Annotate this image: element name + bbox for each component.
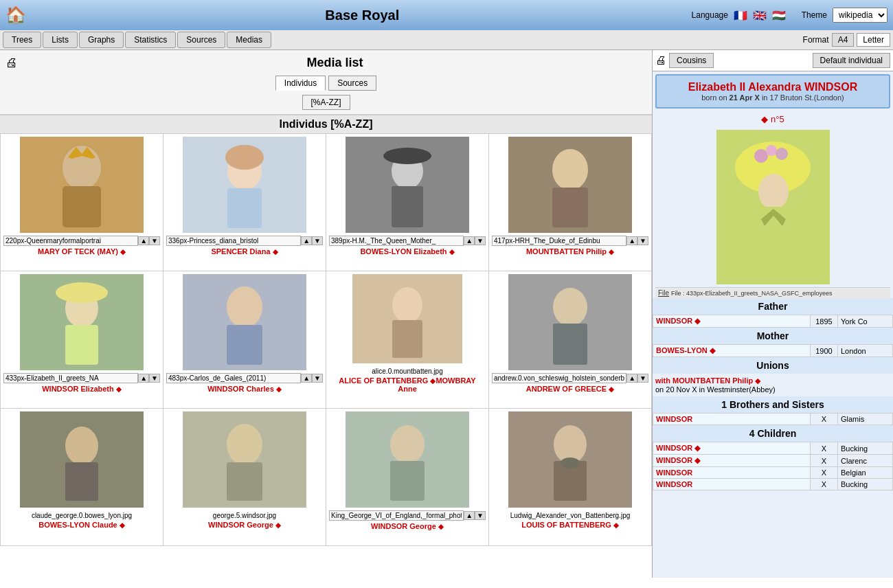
az-button[interactable]: [%A-ZZ] [302,95,350,110]
photo-9[interactable] [20,411,144,508]
brother-name-1[interactable]: WINDSOR [653,414,811,425]
father-year: 1895 [811,315,838,328]
scroll-up-11[interactable]: ▲ [464,511,475,520]
file-input-row-3: ▲ ▼ [329,236,486,246]
person-name-12[interactable]: LOUIS OF BATTENBERG ◆ [521,521,619,529]
media-cell-7: ✿ alice.0.mountbatten.jpg ALICE OF BATTE… [326,271,489,409]
person-name-11[interactable]: WINDSOR George ◆ [371,522,444,530]
media-cell-5: ▲ ▼ WINDSOR Elizabeth ◆ [1,271,163,409]
photo-3[interactable] [346,137,469,233]
svg-point-28 [553,288,587,326]
scroll-down-3[interactable]: ▼ [475,236,486,245]
scroll-up-5[interactable]: ▲ [138,374,149,383]
person-name-10[interactable]: WINDSOR George ◆ [208,521,281,529]
tab-statistics[interactable]: Statistics [125,32,176,48]
person-name-9[interactable]: BOWES-LYON Claude ◆ [38,521,125,529]
flag-fr[interactable]: 🇫🇷 [734,9,747,22]
tab-sources-media[interactable]: Sources [328,76,376,91]
scroll-up-2[interactable]: ▲ [301,236,312,245]
media-cell-3: ▲ ▼ BOWES-LYON Elizabeth ◆ [326,134,489,271]
brother-x-1: X [811,414,838,425]
union-with-name[interactable]: with MOUNTBATTEN Philip [655,376,753,385]
person-name-4[interactable]: MOUNTBATTEN Philip ◆ [526,247,614,256]
person-main-name[interactable]: Elizabeth II Alexandra WINDSOR [662,81,883,93]
person-name-8[interactable]: ANDREW OF GREECE ◆ [526,385,614,393]
photo-6[interactable] [183,274,306,370]
cousins-button[interactable]: Cousins [669,53,714,68]
child-name-1[interactable]: WINDSOR ◆ [653,442,811,455]
person-name-1[interactable]: MARY OF TECK (MAY) ◆ [38,247,126,256]
person-name-2[interactable]: SPENCER Diana ◆ [211,247,278,256]
tab-graphs[interactable]: Graphs [79,32,124,48]
scroll-up-3[interactable]: ▲ [464,236,475,245]
mother-place: London [838,345,893,357]
scroll-up-4[interactable]: ▲ [626,236,637,245]
file-name-5[interactable] [3,373,138,383]
child-place-3: Belgian [838,467,893,479]
person-photo[interactable] [716,130,830,284]
format-a4[interactable]: A4 [832,33,855,47]
nav-bar: Trees Lists Graphs Statistics Sources Me… [0,30,893,50]
scroll-down-1[interactable]: ▼ [149,236,160,245]
child-name-3[interactable]: WINDSOR [653,467,811,479]
scroll-down-5[interactable]: ▼ [149,374,160,383]
person-name-3[interactable]: BOWES-LYON Elizabeth ◆ [360,247,454,256]
tab-medias[interactable]: Medias [227,32,271,48]
tab-lists[interactable]: Lists [43,32,78,48]
person-name-5[interactable]: WINDSOR Elizabeth ◆ [42,385,122,393]
person-header: Elizabeth II Alexandra WINDSOR born on 2… [655,74,890,109]
file-name-8[interactable] [492,373,626,383]
default-individual-button[interactable]: Default individual [813,53,890,68]
file-name-11[interactable] [329,510,464,521]
media-cell-10: george.5.windsor.jpg WINDSOR George ◆ [163,409,326,546]
child-name-4[interactable]: WINDSOR [653,479,811,490]
scroll-down-11[interactable]: ▼ [475,511,486,520]
file-name-3[interactable] [329,236,464,246]
tab-trees[interactable]: Trees [3,32,41,48]
child-name-2[interactable]: WINDSOR ◆ [653,455,811,467]
format-letter[interactable]: Letter [857,33,890,47]
photo-12[interactable] [508,411,632,508]
mother-year: 1900 [811,345,838,357]
brothers-heading: 1 Brothers and Sisters [653,396,893,413]
scroll-up-6[interactable]: ▲ [301,374,312,383]
flag-hu[interactable]: 🇭🇺 [772,9,786,22]
tab-sources[interactable]: Sources [177,32,225,48]
person-name-7[interactable]: ALICE OF BATTENBERG ◆MOWBRAY Anne [329,376,486,393]
svg-point-25 [392,287,422,323]
right-print-icon[interactable]: 🖨 [655,54,666,67]
father-name[interactable]: WINDSOR ◆ [653,315,811,328]
scroll-down-6[interactable]: ▼ [312,374,323,383]
theme-select[interactable]: wikipedia default minimal [833,8,888,23]
svg-rect-38 [390,461,425,501]
scroll-up-1[interactable]: ▲ [138,236,149,245]
file-input-row-11: ▲ ▼ [329,510,486,521]
union-date-place: on 20 Nov X in Westminster(Abbey) [655,385,890,394]
brothers-table: WINDSOR X Glamis [653,413,893,425]
scroll-down-4[interactable]: ▼ [637,236,648,245]
file-name-1[interactable] [3,236,138,246]
mother-name[interactable]: BOWES-LYON ◆ [653,345,811,357]
photo-5[interactable] [20,274,144,370]
scroll-up-8[interactable]: ▲ [626,374,637,383]
file-name-6[interactable] [166,373,301,383]
photo-4[interactable] [508,137,632,233]
photo-1[interactable] [20,137,144,233]
photo-2[interactable] [183,137,306,233]
scroll-down-2[interactable]: ▼ [312,236,323,245]
file-name-4[interactable] [492,236,626,246]
photo-10[interactable] [183,411,306,508]
person-name-6[interactable]: WINDSOR Charles ◆ [207,385,282,393]
file-ref-text: File : 433px-Elizabeth_II_greets_NASA_GS… [671,290,833,297]
flag-gb[interactable]: 🇬🇧 [753,9,767,22]
file-name-2[interactable] [166,236,301,246]
home-icon[interactable]: 🏠 [5,5,26,25]
photo-11[interactable] [346,411,469,508]
photo-7[interactable] [352,274,462,363]
photo-8[interactable] [508,274,632,370]
scroll-down-8[interactable]: ▼ [637,374,648,383]
union-with: with MOUNTBATTEN Philip ◆ [655,376,890,385]
print-icon[interactable]: 🖨 [3,53,21,73]
right-panel: 🖨 Cousins Default individual Elizabeth I… [653,50,893,578]
tab-individus[interactable]: Individus [275,76,326,91]
